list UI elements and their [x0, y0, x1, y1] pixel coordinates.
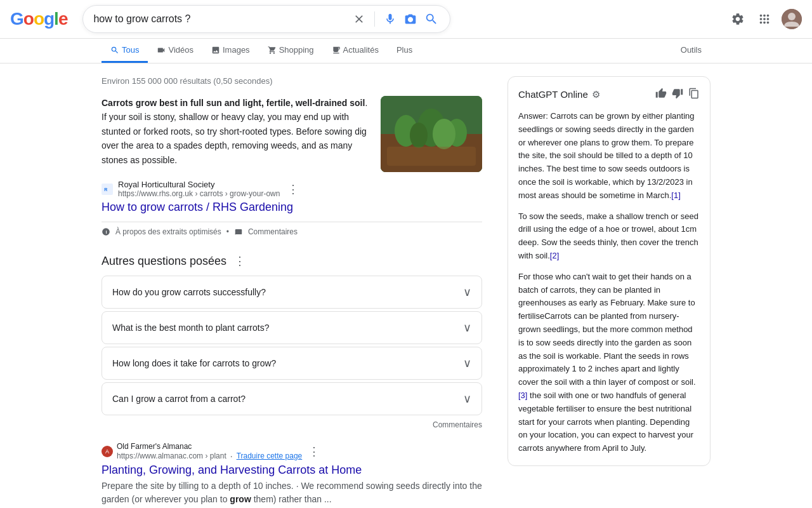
- featured-snippet-link[interactable]: How to grow carrots / RHS Gardening: [102, 201, 293, 213]
- svg-point-7: [410, 123, 428, 148]
- close-icon: [353, 13, 365, 25]
- chatgpt-para-1: To sow the seeds, make a shallow trench …: [518, 210, 700, 263]
- chatgpt-thumbsup-button[interactable]: [655, 88, 667, 102]
- faq-label-3: Can I grow a carrot from a carrot?: [112, 394, 246, 404]
- logo-l: l: [54, 9, 58, 29]
- logo-g2: g: [44, 9, 54, 29]
- source-row: R Royal Horticultural Society https://ww…: [102, 180, 482, 198]
- tab-videos-label: Vidéos: [168, 45, 193, 55]
- faq-chevron-3: ∨: [463, 392, 471, 406]
- tab-plus-label: Plus: [396, 45, 412, 55]
- left-column: Environ 155 000 000 résultats (0,50 seco…: [102, 76, 482, 508]
- faq-chevron-1: ∨: [463, 321, 471, 335]
- chatgpt-header: ChatGPT Online ⚙: [518, 87, 700, 102]
- chatgpt-title: ChatGPT Online ⚙: [518, 87, 600, 102]
- chatgpt-answer: Answer: Carrots can be grown by either p…: [518, 110, 700, 455]
- dot-separator-0: ·: [230, 451, 233, 461]
- search-bar[interactable]: [82, 5, 450, 33]
- mic-icon: [384, 13, 396, 25]
- main-content: Environ 155 000 000 résultats (0,50 seco…: [0, 64, 812, 508]
- source-url: https://www.rhs.org.uk › carrots › grow-…: [118, 189, 280, 198]
- chatgpt-panel: ChatGPT Online ⚙: [508, 76, 710, 466]
- autres-questions-title: Autres questions posées ⋮: [102, 254, 482, 268]
- tab-outils[interactable]: Outils: [672, 39, 710, 63]
- source-info: Royal Horticultural Society https://www.…: [118, 180, 280, 198]
- autres-questions: Autres questions posées ⋮ How do you gro…: [102, 254, 482, 429]
- svg-point-8: [433, 119, 455, 149]
- tab-shopping-label: Shopping: [279, 45, 314, 55]
- thumbsup-icon: [655, 88, 667, 99]
- chatgpt-copy-button[interactable]: [688, 88, 700, 102]
- header-right: [728, 9, 802, 29]
- autres-questions-more[interactable]: ⋮: [232, 254, 248, 268]
- tab-videos[interactable]: Vidéos: [148, 39, 202, 63]
- tab-shopping[interactable]: Shopping: [259, 39, 323, 63]
- source-more-options[interactable]: ⋮: [285, 182, 301, 196]
- result-snippet-0: Prepare the site by tilling to a depth o…: [102, 479, 482, 506]
- carrot-image: [381, 96, 482, 172]
- faq-label-2: How long does it take for carrots to gro…: [112, 358, 276, 368]
- chatgpt-thumbsdown-button[interactable]: [672, 88, 683, 102]
- thumbsdown-icon: [672, 88, 683, 99]
- faq-label-0: How do you grow carrots successfully?: [112, 287, 266, 297]
- google-logo: Google: [10, 9, 67, 29]
- chatgpt-para-0: Answer: Carrots can be grown by either p…: [518, 110, 700, 203]
- voice-search-button[interactable]: [383, 11, 398, 27]
- right-column: ChatGPT Online ⚙: [508, 76, 710, 508]
- rhs-icon: R: [103, 185, 112, 194]
- faq-chevron-0: ∨: [463, 285, 471, 299]
- featured-snippet-text: Carrots grow best in full sun and light,…: [102, 96, 370, 172]
- optimized-label[interactable]: À propos des extraits optimisés: [115, 227, 221, 236]
- feedback-icon: [234, 227, 243, 236]
- faq-item-2[interactable]: How long does it take for carrots to gro…: [102, 347, 482, 380]
- result-source-row-0: A Old Farmer's Almanac https://www.alman…: [102, 442, 482, 461]
- result-url-0: https://www.almanac.com › plant: [117, 451, 226, 460]
- avatar[interactable]: [782, 9, 802, 29]
- chatgpt-title-text: ChatGPT Online: [518, 87, 588, 102]
- search-input[interactable]: [93, 13, 346, 25]
- nav-tabs: Tous Vidéos Images Shopping Actualités P…: [0, 39, 812, 64]
- faq-item-0[interactable]: How do you grow carrots successfully? ∨: [102, 276, 482, 309]
- tab-tous[interactable]: Tous: [102, 39, 148, 63]
- logo-o2: o: [34, 9, 44, 29]
- tab-actualites-label: Actualités: [343, 45, 379, 55]
- search-button[interactable]: [423, 11, 440, 27]
- translate-link-0[interactable]: Traduire cette page: [237, 451, 303, 460]
- chatgpt-actions: [655, 88, 700, 102]
- copy-icon: [688, 88, 700, 99]
- logo-o1: o: [23, 9, 34, 29]
- tab-tous-label: Tous: [122, 45, 139, 55]
- result-title-0[interactable]: Planting, Growing, and Harvesting Carrot…: [102, 464, 362, 476]
- header: Google: [0, 0, 812, 39]
- ref-3[interactable]: [3]: [518, 391, 527, 400]
- apps-icon: [757, 12, 771, 26]
- clear-button[interactable]: [351, 11, 367, 27]
- news-tab-icon: [332, 46, 341, 55]
- chatgpt-settings-icon[interactable]: ⚙: [592, 87, 600, 102]
- info-icon: i: [102, 227, 110, 236]
- svg-point-1: [788, 13, 796, 20]
- tab-actualites[interactable]: Actualités: [323, 39, 388, 63]
- tab-images[interactable]: Images: [202, 39, 259, 63]
- shopping-tab-icon: [268, 46, 277, 55]
- result-more-options-0[interactable]: ⋮: [306, 444, 322, 458]
- faq-commentaires[interactable]: Commentaires: [102, 420, 482, 429]
- apps-button[interactable]: [755, 10, 774, 29]
- image-tab-icon: [211, 46, 220, 55]
- tab-plus[interactable]: Plus: [388, 39, 421, 63]
- results-count: Environ 155 000 000 résultats (0,50 seco…: [102, 76, 482, 86]
- tab-images-label: Images: [223, 45, 250, 55]
- ref-2[interactable]: [2]: [550, 251, 559, 260]
- commentaires-label[interactable]: Commentaires: [248, 227, 298, 236]
- result-source-name-0: Old Farmer's Almanac: [117, 442, 302, 451]
- result-source-info-0: Old Farmer's Almanac https://www.almanac…: [117, 442, 302, 461]
- search-tab-icon: [110, 46, 119, 55]
- settings-button[interactable]: [728, 10, 747, 29]
- divider: [374, 11, 375, 27]
- faq-item-3[interactable]: Can I grow a carrot from a carrot? ∨: [102, 382, 482, 415]
- ref-1[interactable]: [1]: [671, 190, 680, 200]
- result-item-0: A Old Farmer's Almanac https://www.alman…: [102, 442, 482, 506]
- image-search-button[interactable]: [403, 11, 418, 27]
- faq-label-1: What is the best month to plant carrots?: [112, 323, 269, 333]
- faq-item-1[interactable]: What is the best month to plant carrots?…: [102, 311, 482, 344]
